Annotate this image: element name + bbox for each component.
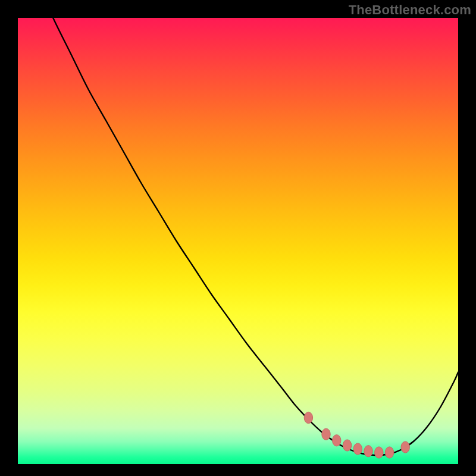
marker-dot [375,447,383,458]
marker-dot [343,440,351,451]
chart-svg [18,18,458,464]
watermark-text: TheBottleneck.com [349,2,471,18]
bottleneck-curve [18,18,458,455]
marker-dot [353,443,362,455]
marker-dot [401,441,409,453]
marker-dot [385,447,393,458]
marker-dot [333,435,341,446]
chart-frame [9,18,467,467]
marker-dot [322,428,330,440]
marker-dot [364,446,372,457]
plot-area [18,18,458,464]
optimal-range-markers [304,412,409,458]
marker-dot [304,412,312,423]
